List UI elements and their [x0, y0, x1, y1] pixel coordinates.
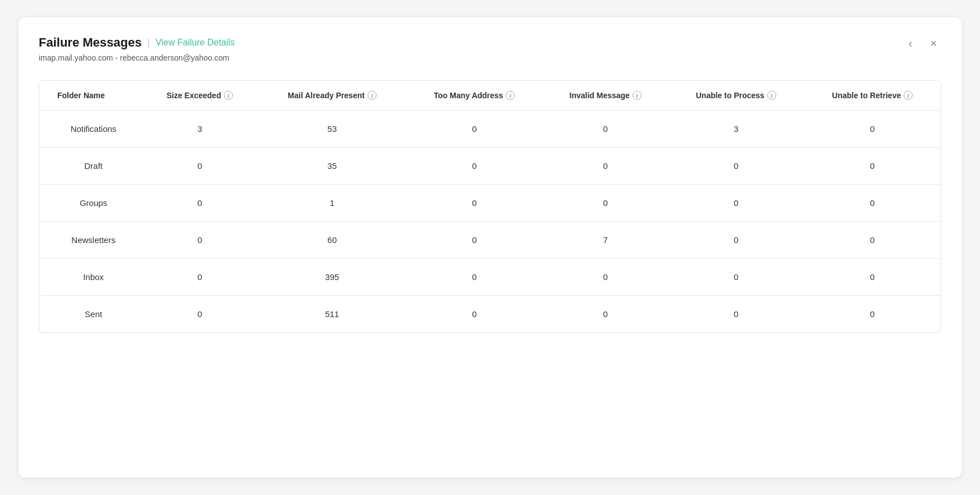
cell-size_exceeded-0: 3 — [141, 111, 258, 148]
account-subtitle: imap.mail.yahoo.com - rebecca.anderson@y… — [39, 53, 235, 62]
table-row: Notifications3530030 — [39, 111, 941, 148]
mail-already-present-info-icon[interactable]: i — [368, 91, 377, 100]
invalid-message-info-icon[interactable]: i — [633, 91, 642, 100]
cell-too_many_address-5: 0 — [406, 296, 543, 333]
col-too-many-address: Too Many Address i — [406, 81, 543, 111]
cell-folder_name-1: Draft — [39, 148, 141, 185]
cell-invalid_message-5: 0 — [543, 296, 668, 333]
data-table-container: Folder Name Size Exceeded i Mail Already… — [39, 80, 941, 333]
header-left: Failure Messages | View Failure Details … — [39, 35, 235, 62]
cell-unable_to_process-4: 0 — [668, 259, 804, 296]
cell-mail_already_present-0: 53 — [259, 111, 406, 148]
cell-size_exceeded-2: 0 — [141, 185, 258, 222]
col-mail-already-present-label: Mail Already Present — [288, 91, 365, 100]
col-unable-to-retrieve: Unable to Retrieve i — [804, 81, 941, 111]
col-invalid-message: Invalid Message i — [543, 81, 668, 111]
cell-too_many_address-3: 0 — [406, 222, 543, 259]
cell-invalid_message-1: 0 — [543, 148, 668, 185]
col-size-exceeded-label: Size Exceeded — [167, 91, 221, 100]
cell-folder_name-2: Groups — [39, 185, 141, 222]
size-exceeded-info-icon[interactable]: i — [224, 91, 233, 100]
table-row: Newsletters0600700 — [39, 222, 941, 259]
cell-folder_name-5: Sent — [39, 296, 141, 333]
panel-header: Failure Messages | View Failure Details … — [39, 35, 941, 62]
cell-invalid_message-0: 0 — [543, 111, 668, 148]
col-invalid-message-label: Invalid Message — [570, 91, 630, 100]
cell-unable_to_process-5: 0 — [668, 296, 804, 333]
cell-folder_name-3: Newsletters — [39, 222, 141, 259]
cell-invalid_message-3: 7 — [543, 222, 668, 259]
col-unable-to-process: Unable to Process i — [668, 81, 804, 111]
cell-unable_to_process-1: 0 — [668, 148, 804, 185]
col-folder-name: Folder Name — [39, 81, 141, 111]
cell-mail_already_present-1: 35 — [259, 148, 406, 185]
cell-unable_to_retrieve-1: 0 — [804, 148, 941, 185]
cell-unable_to_retrieve-0: 0 — [804, 111, 941, 148]
failure-messages-panel: Failure Messages | View Failure Details … — [19, 17, 961, 478]
header-row: Folder Name Size Exceeded i Mail Already… — [39, 81, 941, 111]
cell-folder_name-4: Inbox — [39, 259, 141, 296]
table-row: Inbox03950000 — [39, 259, 941, 296]
col-too-many-address-label: Too Many Address — [434, 91, 503, 100]
table-row: Groups010000 — [39, 185, 941, 222]
table-row: Sent05110000 — [39, 296, 941, 333]
cell-mail_already_present-5: 511 — [259, 296, 406, 333]
cell-unable_to_retrieve-2: 0 — [804, 185, 941, 222]
col-size-exceeded: Size Exceeded i — [141, 81, 258, 111]
cell-too_many_address-1: 0 — [406, 148, 543, 185]
failure-table: Folder Name Size Exceeded i Mail Already… — [39, 81, 941, 332]
cell-unable_to_retrieve-3: 0 — [804, 222, 941, 259]
title-row: Failure Messages | View Failure Details — [39, 35, 235, 50]
table-body: Notifications3530030Draft0350000Groups01… — [39, 111, 941, 333]
close-button[interactable]: × — [926, 35, 941, 51]
col-mail-already-present: Mail Already Present i — [259, 81, 406, 111]
cell-unable_to_process-0: 3 — [668, 111, 804, 148]
unable-to-process-info-icon[interactable]: i — [767, 91, 776, 100]
cell-too_many_address-4: 0 — [406, 259, 543, 296]
header-actions: ‹ × — [904, 35, 941, 51]
table-header: Folder Name Size Exceeded i Mail Already… — [39, 81, 941, 111]
cell-invalid_message-4: 0 — [543, 259, 668, 296]
cell-too_many_address-2: 0 — [406, 185, 543, 222]
too-many-address-info-icon[interactable]: i — [506, 91, 515, 100]
cell-unable_to_process-2: 0 — [668, 185, 804, 222]
cell-size_exceeded-1: 0 — [141, 148, 258, 185]
cell-folder_name-0: Notifications — [39, 111, 141, 148]
cell-unable_to_process-3: 0 — [668, 222, 804, 259]
cell-mail_already_present-2: 1 — [259, 185, 406, 222]
table-row: Draft0350000 — [39, 148, 941, 185]
cell-unable_to_retrieve-4: 0 — [804, 259, 941, 296]
panel-title: Failure Messages — [39, 35, 141, 50]
cell-too_many_address-0: 0 — [406, 111, 543, 148]
cell-unable_to_retrieve-5: 0 — [804, 296, 941, 333]
cell-size_exceeded-4: 0 — [141, 259, 258, 296]
title-divider: | — [147, 37, 150, 49]
col-unable-to-retrieve-label: Unable to Retrieve — [832, 91, 901, 100]
view-failure-details-link[interactable]: View Failure Details — [155, 38, 235, 48]
cell-invalid_message-2: 0 — [543, 185, 668, 222]
cell-mail_already_present-3: 60 — [259, 222, 406, 259]
cell-size_exceeded-5: 0 — [141, 296, 258, 333]
unable-to-retrieve-info-icon[interactable]: i — [904, 91, 913, 100]
cell-mail_already_present-4: 395 — [259, 259, 406, 296]
back-button[interactable]: ‹ — [904, 35, 917, 51]
col-folder-name-label: Folder Name — [57, 91, 105, 100]
col-unable-to-process-label: Unable to Process — [696, 91, 764, 100]
cell-size_exceeded-3: 0 — [141, 222, 258, 259]
